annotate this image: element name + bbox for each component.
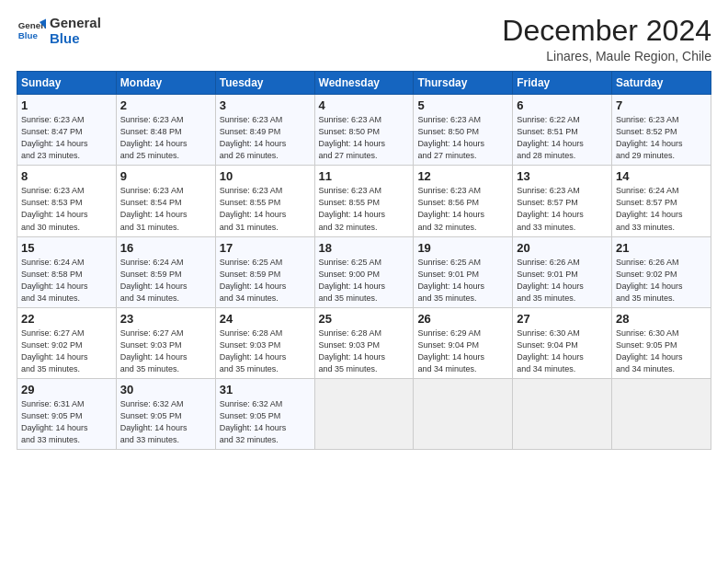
calendar-cell: 10Sunrise: 6:23 AM Sunset: 8:55 PM Dayli… bbox=[215, 166, 314, 236]
calendar-cell: 26Sunrise: 6:29 AM Sunset: 9:04 PM Dayli… bbox=[414, 307, 513, 378]
day-number: 24 bbox=[220, 312, 311, 326]
day-number: 16 bbox=[120, 241, 211, 255]
day-info: Sunrise: 6:28 AM Sunset: 9:03 PM Dayligh… bbox=[319, 327, 410, 375]
calendar-cell: 15Sunrise: 6:24 AM Sunset: 8:58 PM Dayli… bbox=[17, 236, 117, 307]
calendar-cell: 11Sunrise: 6:23 AM Sunset: 8:55 PM Dayli… bbox=[314, 166, 414, 236]
calendar-cell: 27Sunrise: 6:30 AM Sunset: 9:04 PM Dayli… bbox=[513, 307, 612, 378]
calendar-cell: 20Sunrise: 6:26 AM Sunset: 9:01 PM Dayli… bbox=[513, 236, 612, 307]
logo-icon: General Blue bbox=[17, 16, 46, 45]
month-title: December 2024 bbox=[502, 15, 711, 47]
day-number: 8 bbox=[21, 169, 112, 183]
day-info: Sunrise: 6:23 AM Sunset: 8:54 PM Dayligh… bbox=[120, 185, 211, 233]
day-number: 21 bbox=[616, 241, 707, 255]
day-number: 27 bbox=[517, 312, 608, 326]
calendar-cell: 24Sunrise: 6:28 AM Sunset: 9:03 PM Dayli… bbox=[215, 307, 314, 378]
calendar-cell: 13Sunrise: 6:23 AM Sunset: 8:57 PM Dayli… bbox=[513, 166, 612, 236]
day-info: Sunrise: 6:25 AM Sunset: 9:00 PM Dayligh… bbox=[319, 257, 410, 304]
day-info: Sunrise: 6:26 AM Sunset: 9:01 PM Dayligh… bbox=[517, 257, 608, 304]
day-info: Sunrise: 6:25 AM Sunset: 8:59 PM Dayligh… bbox=[220, 257, 311, 304]
calendar-cell: 2Sunrise: 6:23 AM Sunset: 8:48 PM Daylig… bbox=[116, 95, 215, 166]
day-number: 22 bbox=[21, 312, 112, 326]
day-info: Sunrise: 6:23 AM Sunset: 8:48 PM Dayligh… bbox=[120, 114, 211, 162]
day-info: Sunrise: 6:30 AM Sunset: 9:04 PM Dayligh… bbox=[517, 327, 608, 375]
location: Linares, Maule Region, Chile bbox=[502, 49, 711, 63]
day-info: Sunrise: 6:31 AM Sunset: 9:05 PM Dayligh… bbox=[21, 398, 112, 446]
day-info: Sunrise: 6:32 AM Sunset: 9:05 PM Dayligh… bbox=[120, 398, 211, 446]
calendar-cell: 8Sunrise: 6:23 AM Sunset: 8:53 PM Daylig… bbox=[17, 166, 117, 236]
day-number: 31 bbox=[220, 383, 311, 396]
header-day: Wednesday bbox=[314, 72, 414, 95]
day-info: Sunrise: 6:22 AM Sunset: 8:51 PM Dayligh… bbox=[517, 114, 608, 162]
day-number: 14 bbox=[616, 169, 707, 183]
calendar-cell bbox=[612, 378, 711, 449]
calendar-cell: 30Sunrise: 6:32 AM Sunset: 9:05 PM Dayli… bbox=[116, 378, 215, 449]
day-number: 5 bbox=[417, 98, 508, 112]
calendar-table: SundayMondayTuesdayWednesdayThursdayFrid… bbox=[17, 71, 711, 450]
day-number: 6 bbox=[517, 98, 608, 112]
calendar-cell: 6Sunrise: 6:22 AM Sunset: 8:51 PM Daylig… bbox=[513, 95, 612, 166]
header-day: Monday bbox=[116, 72, 215, 95]
calendar-cell bbox=[314, 378, 414, 449]
day-info: Sunrise: 6:24 AM Sunset: 8:58 PM Dayligh… bbox=[21, 257, 112, 304]
day-number: 18 bbox=[319, 241, 410, 255]
day-number: 15 bbox=[21, 241, 112, 255]
day-info: Sunrise: 6:23 AM Sunset: 8:55 PM Dayligh… bbox=[220, 185, 311, 233]
calendar-cell: 1Sunrise: 6:23 AM Sunset: 8:47 PM Daylig… bbox=[17, 95, 117, 166]
calendar-cell: 5Sunrise: 6:23 AM Sunset: 8:50 PM Daylig… bbox=[414, 95, 513, 166]
day-number: 10 bbox=[220, 169, 311, 183]
day-info: Sunrise: 6:24 AM Sunset: 8:57 PM Dayligh… bbox=[616, 185, 707, 233]
day-number: 26 bbox=[417, 312, 508, 326]
day-info: Sunrise: 6:30 AM Sunset: 9:05 PM Dayligh… bbox=[616, 327, 707, 375]
calendar-cell: 16Sunrise: 6:24 AM Sunset: 8:59 PM Dayli… bbox=[116, 236, 215, 307]
day-number: 28 bbox=[616, 312, 707, 326]
calendar-cell: 28Sunrise: 6:30 AM Sunset: 9:05 PM Dayli… bbox=[612, 307, 711, 378]
calendar-cell: 14Sunrise: 6:24 AM Sunset: 8:57 PM Dayli… bbox=[612, 166, 711, 236]
day-info: Sunrise: 6:27 AM Sunset: 9:03 PM Dayligh… bbox=[120, 327, 211, 375]
day-info: Sunrise: 6:26 AM Sunset: 9:02 PM Dayligh… bbox=[616, 257, 707, 304]
header-day: Thursday bbox=[414, 72, 513, 95]
calendar-cell: 17Sunrise: 6:25 AM Sunset: 8:59 PM Dayli… bbox=[215, 236, 314, 307]
calendar-cell: 7Sunrise: 6:23 AM Sunset: 8:52 PM Daylig… bbox=[612, 95, 711, 166]
day-number: 2 bbox=[120, 98, 211, 112]
day-info: Sunrise: 6:29 AM Sunset: 9:04 PM Dayligh… bbox=[417, 327, 508, 375]
title-block: December 2024 Linares, Maule Region, Chi… bbox=[502, 15, 711, 63]
calendar-cell: 22Sunrise: 6:27 AM Sunset: 9:02 PM Dayli… bbox=[17, 307, 117, 378]
logo: General Blue General Blue bbox=[17, 15, 101, 47]
calendar-cell: 29Sunrise: 6:31 AM Sunset: 9:05 PM Dayli… bbox=[17, 378, 117, 449]
header-day: Sunday bbox=[17, 72, 117, 95]
calendar-week: 1Sunrise: 6:23 AM Sunset: 8:47 PM Daylig… bbox=[17, 95, 711, 166]
calendar-cell bbox=[513, 378, 612, 449]
day-number: 12 bbox=[417, 169, 508, 183]
calendar-cell: 19Sunrise: 6:25 AM Sunset: 9:01 PM Dayli… bbox=[414, 236, 513, 307]
day-info: Sunrise: 6:28 AM Sunset: 9:03 PM Dayligh… bbox=[220, 327, 311, 375]
day-number: 13 bbox=[517, 169, 608, 183]
day-number: 9 bbox=[120, 169, 211, 183]
day-info: Sunrise: 6:23 AM Sunset: 8:56 PM Dayligh… bbox=[417, 185, 508, 233]
calendar-week: 8Sunrise: 6:23 AM Sunset: 8:53 PM Daylig… bbox=[17, 166, 711, 236]
calendar-cell: 21Sunrise: 6:26 AM Sunset: 9:02 PM Dayli… bbox=[612, 236, 711, 307]
calendar-cell: 3Sunrise: 6:23 AM Sunset: 8:49 PM Daylig… bbox=[215, 95, 314, 166]
calendar-cell: 9Sunrise: 6:23 AM Sunset: 8:54 PM Daylig… bbox=[116, 166, 215, 236]
day-number: 29 bbox=[21, 383, 112, 396]
day-info: Sunrise: 6:23 AM Sunset: 8:52 PM Dayligh… bbox=[616, 114, 707, 162]
day-info: Sunrise: 6:27 AM Sunset: 9:02 PM Dayligh… bbox=[21, 327, 112, 375]
calendar-cell: 12Sunrise: 6:23 AM Sunset: 8:56 PM Dayli… bbox=[414, 166, 513, 236]
day-info: Sunrise: 6:25 AM Sunset: 9:01 PM Dayligh… bbox=[417, 257, 508, 304]
header-day: Saturday bbox=[612, 72, 711, 95]
svg-text:Blue: Blue bbox=[18, 30, 39, 40]
day-info: Sunrise: 6:23 AM Sunset: 8:47 PM Dayligh… bbox=[21, 114, 112, 162]
logo-text: General Blue bbox=[50, 15, 101, 47]
page: General Blue General Blue December 2024 … bbox=[0, 0, 728, 563]
day-number: 23 bbox=[120, 312, 211, 326]
day-info: Sunrise: 6:24 AM Sunset: 8:59 PM Dayligh… bbox=[120, 257, 211, 304]
day-number: 30 bbox=[120, 383, 211, 396]
day-info: Sunrise: 6:23 AM Sunset: 8:57 PM Dayligh… bbox=[517, 185, 608, 233]
calendar-cell bbox=[414, 378, 513, 449]
calendar-cell: 18Sunrise: 6:25 AM Sunset: 9:00 PM Dayli… bbox=[314, 236, 414, 307]
calendar-cell: 31Sunrise: 6:32 AM Sunset: 9:05 PM Dayli… bbox=[215, 378, 314, 449]
day-number: 1 bbox=[21, 98, 112, 112]
day-info: Sunrise: 6:23 AM Sunset: 8:50 PM Dayligh… bbox=[417, 114, 508, 162]
day-info: Sunrise: 6:23 AM Sunset: 8:50 PM Dayligh… bbox=[319, 114, 410, 162]
day-number: 19 bbox=[417, 241, 508, 255]
header: General Blue General Blue December 2024 … bbox=[17, 15, 711, 63]
